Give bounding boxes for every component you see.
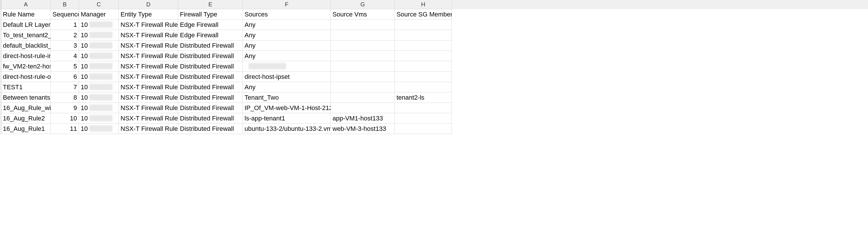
cell-H[interactable]: [395, 103, 452, 113]
cell-G[interactable]: web-VM-3-host133: [331, 123, 395, 134]
cell-A[interactable]: To_test_tenant2_: [1, 30, 51, 40]
cell-D[interactable]: NSX-T Firewall Rule: [119, 92, 178, 103]
header-cell-sequence[interactable]: Sequence: [51, 9, 79, 20]
cell-G[interactable]: app-VM1-host133: [331, 113, 395, 123]
column-header-F[interactable]: F: [243, 0, 331, 9]
cell-C[interactable]: 10: [79, 82, 119, 92]
cell-C[interactable]: 10: [79, 30, 119, 40]
cell-F[interactable]: IP_Of_VM-web-VM-1-Host-212: [243, 103, 331, 113]
cell-G[interactable]: [331, 103, 395, 113]
cell-E[interactable]: Distributed Firewall: [178, 40, 243, 51]
cell-H[interactable]: [395, 82, 452, 92]
cell-H[interactable]: [395, 61, 452, 72]
cell-F[interactable]: direct-host-ipset: [243, 72, 331, 82]
cell-F[interactable]: Any: [243, 20, 331, 30]
cell-G[interactable]: [331, 40, 395, 51]
cell-E[interactable]: Distributed Firewall: [178, 72, 243, 82]
cell-A[interactable]: Between tenants p: [1, 92, 51, 103]
cell-F[interactable]: [243, 61, 331, 72]
cell-B[interactable]: 6: [51, 72, 79, 82]
cell-A[interactable]: 16_Aug_Rule1: [1, 123, 51, 134]
cell-E[interactable]: Distributed Firewall: [178, 113, 243, 123]
cell-G[interactable]: [331, 51, 395, 61]
cell-H[interactable]: [395, 20, 452, 30]
cell-G[interactable]: [331, 30, 395, 40]
cell-C[interactable]: 10: [79, 92, 119, 103]
cell-H[interactable]: [395, 113, 452, 123]
cell-B[interactable]: 8: [51, 92, 79, 103]
cell-A[interactable]: direct-host-rule-ou: [1, 72, 51, 82]
cell-B[interactable]: 7: [51, 82, 79, 92]
cell-C[interactable]: 10: [79, 61, 119, 72]
cell-G[interactable]: [331, 20, 395, 30]
header-cell-source-vms[interactable]: Source Vms: [331, 9, 395, 20]
cell-E[interactable]: Edge Firewall: [178, 30, 243, 40]
cell-D[interactable]: NSX-T Firewall Rule: [119, 30, 178, 40]
cell-A[interactable]: fw_VM2-ten2-hos: [1, 61, 51, 72]
cell-G[interactable]: [331, 82, 395, 92]
cell-D[interactable]: NSX-T Firewall Rule: [119, 20, 178, 30]
cell-G[interactable]: [331, 92, 395, 103]
cell-C[interactable]: 10: [79, 123, 119, 134]
column-header-A[interactable]: A: [1, 0, 51, 9]
cell-F[interactable]: Any: [243, 51, 331, 61]
cell-C[interactable]: 10: [79, 72, 119, 82]
cell-C[interactable]: 10: [79, 103, 119, 113]
cell-F[interactable]: ls-app-tenant1: [243, 113, 331, 123]
cell-D[interactable]: NSX-T Firewall Rule: [119, 61, 178, 72]
cell-E[interactable]: Distributed Firewall: [178, 61, 243, 72]
cell-C[interactable]: 10: [79, 40, 119, 51]
cell-H[interactable]: [395, 123, 452, 134]
column-header-G[interactable]: G: [331, 0, 395, 9]
header-cell-firewall-type[interactable]: Firewall Type: [178, 9, 243, 20]
cell-F[interactable]: Tenant_Two: [243, 92, 331, 103]
cell-H[interactable]: [395, 40, 452, 51]
header-cell-sources[interactable]: Sources: [243, 9, 331, 20]
cell-E[interactable]: Distributed Firewall: [178, 51, 243, 61]
cell-E[interactable]: Edge Firewall: [178, 20, 243, 30]
cell-G[interactable]: [331, 72, 395, 82]
cell-A[interactable]: Default LR Layer3: [1, 20, 51, 30]
cell-F[interactable]: Any: [243, 82, 331, 92]
cell-B[interactable]: 4: [51, 51, 79, 61]
column-header-C[interactable]: C: [79, 0, 119, 9]
cell-B[interactable]: 1: [51, 20, 79, 30]
cell-A[interactable]: TEST1: [1, 82, 51, 92]
cell-B[interactable]: 2: [51, 30, 79, 40]
column-header-H[interactable]: H: [395, 0, 452, 9]
spreadsheet-grid[interactable]: A B C D E F G H Rule Name Sequence Manag…: [0, 0, 868, 134]
cell-F[interactable]: Any: [243, 40, 331, 51]
column-header-E[interactable]: E: [178, 0, 243, 9]
cell-H[interactable]: [395, 51, 452, 61]
cell-E[interactable]: Distributed Firewall: [178, 92, 243, 103]
cell-B[interactable]: 5: [51, 61, 79, 72]
cell-F[interactable]: ubuntu-133-2/ubuntu-133-2.vm: [243, 123, 331, 134]
cell-A[interactable]: default_blacklist_: [1, 40, 51, 51]
cell-D[interactable]: NSX-T Firewall Rule: [119, 103, 178, 113]
cell-B[interactable]: 3: [51, 40, 79, 51]
cell-F[interactable]: Any: [243, 30, 331, 40]
header-cell-manager[interactable]: Manager: [79, 9, 119, 20]
cell-C[interactable]: 10: [79, 20, 119, 30]
cell-D[interactable]: NSX-T Firewall Rule: [119, 113, 178, 123]
cell-B[interactable]: 9: [51, 103, 79, 113]
cell-C[interactable]: 10: [79, 51, 119, 61]
column-header-D[interactable]: D: [119, 0, 178, 9]
cell-A[interactable]: 16_Aug_Rule2: [1, 113, 51, 123]
cell-A[interactable]: direct-host-rule-in: [1, 51, 51, 61]
cell-D[interactable]: NSX-T Firewall Rule: [119, 72, 178, 82]
header-cell-entity-type[interactable]: Entity Type: [119, 9, 178, 20]
cell-D[interactable]: NSX-T Firewall Rule: [119, 123, 178, 134]
column-header-B[interactable]: B: [51, 0, 79, 9]
cell-B[interactable]: 11: [51, 123, 79, 134]
cell-D[interactable]: NSX-T Firewall Rule: [119, 40, 178, 51]
cell-B[interactable]: 10: [51, 113, 79, 123]
cell-H[interactable]: [395, 30, 452, 40]
header-cell-source-sg-members[interactable]: Source SG Members: [395, 9, 452, 20]
cell-E[interactable]: Distributed Firewall: [178, 82, 243, 92]
cell-H[interactable]: tenant2-ls: [395, 92, 452, 103]
cell-A[interactable]: 16_Aug_Rule_with: [1, 103, 51, 113]
cell-E[interactable]: Distributed Firewall: [178, 123, 243, 134]
header-cell-rule-name[interactable]: Rule Name: [1, 9, 51, 20]
cell-H[interactable]: [395, 72, 452, 82]
